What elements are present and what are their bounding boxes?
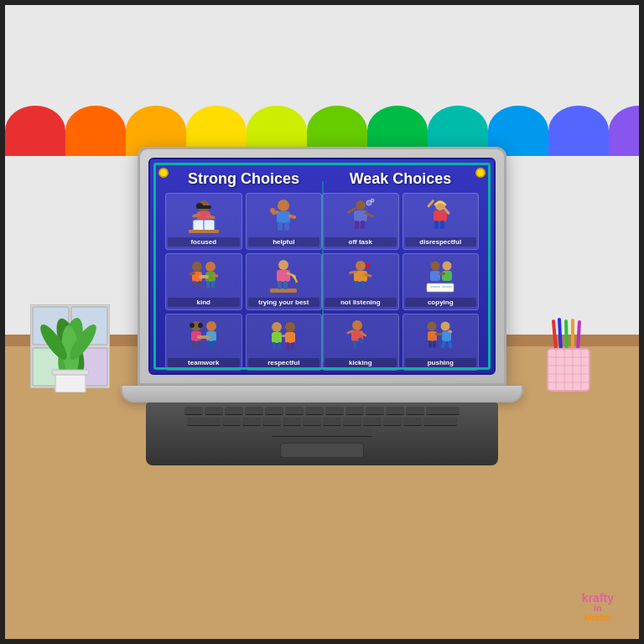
key: [383, 418, 402, 426]
svg-rect-77: [282, 335, 290, 337]
off-task-figure: [340, 196, 381, 236]
svg-rect-61: [283, 281, 288, 289]
svg-point-112: [352, 320, 362, 330]
svg-point-28: [196, 203, 203, 208]
key: [242, 418, 261, 426]
svg-point-66: [206, 321, 216, 331]
watermark-line1: krafty: [582, 592, 614, 604]
pencil-cup: [541, 317, 595, 396]
svg-point-82: [356, 200, 366, 210]
helpful-figure: [263, 196, 304, 236]
svg-rect-40: [278, 222, 283, 231]
svg-rect-92: [427, 199, 434, 207]
svg-rect-59: [270, 288, 297, 293]
corner-dot-tr: [475, 168, 486, 178]
svg-rect-91: [434, 210, 447, 221]
svg-point-75: [285, 322, 295, 332]
key: [426, 407, 460, 415]
respectful-figure: [263, 317, 304, 357]
svg-point-121: [441, 321, 450, 330]
svg-rect-60: [278, 281, 282, 289]
scene-background: Strong Choices: [5, 5, 639, 639]
svg-rect-127: [448, 340, 453, 349]
choice-teamwork: teamwork: [165, 314, 242, 371]
svg-rect-72: [212, 340, 216, 349]
svg-rect-107: [442, 271, 452, 281]
teamwork-label: teamwork: [168, 358, 240, 367]
focused-figure: [184, 196, 224, 236]
svg-point-35: [278, 200, 289, 211]
off-task-label: off task: [325, 237, 397, 247]
key: [205, 407, 223, 415]
svg-line-12: [553, 321, 556, 351]
spacebar: [272, 428, 372, 437]
svg-rect-52: [211, 281, 215, 288]
key: [325, 407, 344, 415]
key: [366, 407, 384, 415]
key: [345, 407, 364, 415]
key: [285, 407, 304, 415]
scallop-item: [5, 106, 65, 156]
scallop-item: [548, 106, 609, 156]
kicking-figure: [340, 317, 381, 357]
svg-rect-86: [355, 221, 359, 229]
svg-rect-71: [207, 340, 210, 349]
choice-kicking: kicking: [322, 314, 399, 371]
svg-rect-36: [277, 211, 290, 223]
choice-respectful: respectful: [246, 314, 323, 371]
svg-rect-103: [361, 281, 365, 289]
svg-rect-34: [189, 230, 219, 233]
respectful-label: respectful: [248, 358, 320, 367]
svg-rect-81: [291, 342, 294, 350]
copying-figure: [420, 257, 460, 297]
key: [184, 407, 203, 415]
svg-rect-87: [361, 221, 365, 229]
laptop-screen: Strong Choices: [148, 158, 496, 375]
choice-kind: kind: [165, 253, 242, 310]
svg-point-105: [443, 261, 452, 270]
svg-rect-74: [272, 332, 282, 343]
kind-figure: [184, 257, 224, 297]
weak-choices-header: Weak Choices: [350, 171, 452, 188]
svg-rect-78: [273, 342, 276, 350]
teamwork-figure: [184, 317, 224, 357]
svg-rect-106: [430, 271, 440, 281]
svg-rect-48: [199, 275, 209, 278]
disrespectful-label: disrespectful: [405, 237, 477, 247]
svg-rect-108: [439, 273, 445, 275]
svg-rect-94: [434, 221, 439, 229]
focused-label: focused: [168, 237, 240, 247]
key-row-2: [154, 418, 490, 426]
weak-choices-column: Weak Choices: [322, 171, 479, 371]
key: [323, 418, 341, 426]
laptop-base: MacBook Air: [121, 386, 523, 402]
pushing-figure: [420, 317, 460, 357]
key: [406, 407, 424, 415]
helpful-label: helpful: [248, 237, 320, 247]
svg-rect-68: [197, 335, 210, 339]
svg-point-42: [192, 262, 202, 272]
svg-rect-126: [441, 340, 446, 349]
laptop: Strong Choices: [121, 147, 523, 465]
key: [343, 418, 361, 426]
touchpad: [280, 443, 364, 458]
svg-rect-109: [427, 283, 454, 292]
svg-line-14: [566, 321, 567, 351]
svg-rect-114: [353, 340, 357, 349]
svg-point-63: [190, 323, 195, 328]
svg-rect-95: [440, 221, 444, 229]
svg-rect-122: [442, 331, 451, 341]
key: [283, 418, 301, 426]
key: [265, 407, 283, 415]
key: [222, 418, 241, 426]
svg-rect-50: [198, 281, 201, 288]
key: [363, 418, 382, 426]
corner-dot-tl: [158, 168, 169, 178]
screen-divider: [322, 181, 324, 363]
strong-choices-grid: focused: [165, 193, 322, 371]
key: [403, 418, 422, 426]
key: [386, 407, 404, 415]
choice-off-task: off task: [322, 193, 399, 250]
key: [225, 407, 243, 415]
svg-rect-41: [284, 222, 289, 231]
